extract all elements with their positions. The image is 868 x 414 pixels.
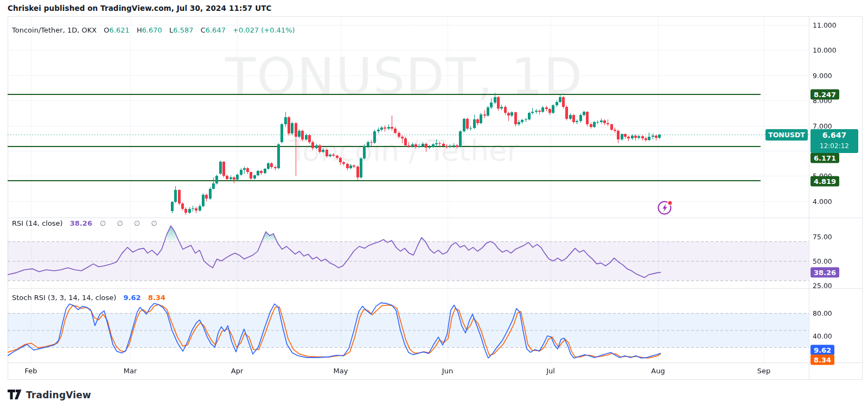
month-label[interactable]: Apr <box>231 367 244 375</box>
high-label: H <box>137 26 142 34</box>
stoch-legend[interactable]: Stoch RSI (3, 3, 14, 14, close) 9.62 8.3… <box>12 294 165 302</box>
close-label: C <box>201 26 206 34</box>
ticker-tag: TONUSDT <box>765 129 808 141</box>
change-value: +0.027 (+0.41%) <box>233 26 295 34</box>
lightning-marker-button[interactable] <box>656 199 674 216</box>
chart-canvas[interactable] <box>8 16 863 380</box>
rsi-tick[interactable]: 25.00 <box>813 282 832 290</box>
rsi-value-badge: 38.26 <box>810 267 839 278</box>
month-label[interactable]: Jun <box>442 367 453 375</box>
price-tick[interactable]: 4.000 <box>813 198 832 206</box>
bar-countdown: 12:02:12 <box>810 141 858 151</box>
symbol-title: Toncoin/Tether, 1D, OKX <box>12 26 97 34</box>
price-axis-separator <box>809 16 809 380</box>
stoch-title: Stoch RSI (3, 3, 14, 14, close) <box>12 294 116 302</box>
low-value: 6.587 <box>173 26 193 34</box>
rsi-title: RSI (14, close) <box>12 219 63 227</box>
price-tick[interactable]: 10.000 <box>813 46 837 54</box>
stoch-d-badge: 8.34 <box>810 355 834 365</box>
stoch-tick[interactable]: 80.00 <box>813 309 832 317</box>
stoch-d-value: 8.34 <box>148 294 165 302</box>
price-tick[interactable]: 9.000 <box>813 72 832 80</box>
last-price-badge: 6.647 12:02:12 <box>810 129 858 153</box>
month-label[interactable]: Sep <box>757 367 771 375</box>
month-label[interactable]: Jul <box>546 367 555 375</box>
high-value: 6.670 <box>142 26 162 34</box>
month-label[interactable]: Mar <box>124 367 137 375</box>
stoch-k-badge: 9.62 <box>810 345 834 355</box>
last-price-value: 6.647 <box>810 129 858 141</box>
month-label[interactable]: Aug <box>651 367 665 375</box>
open-label: O <box>104 26 109 34</box>
rsi-tick[interactable]: 50.00 <box>813 257 832 265</box>
month-label[interactable]: May <box>334 367 348 375</box>
close-value: 6.647 <box>206 26 226 34</box>
tradingview-footer[interactable]: TradingView <box>8 387 91 403</box>
rsi-value: 38.26 <box>70 219 92 227</box>
stoch-k-value: 9.62 <box>124 294 141 302</box>
symbol-legend[interactable]: Toncoin/Tether, 1D, OKX O6.621 H6.670 L6… <box>12 26 295 34</box>
tradingview-brand-text: TradingView <box>26 390 91 400</box>
rsi-legend[interactable]: RSI (14, close) 38.26 ∅ ∅ ∅ ∅ <box>12 219 162 227</box>
stoch-tick[interactable]: 40.00 <box>813 332 832 340</box>
publish-header: Chriskei published on TradingView.com, J… <box>8 4 272 12</box>
level-badge: 8.247 <box>810 90 839 100</box>
open-value: 6.621 <box>110 26 130 34</box>
tradingview-snapshot: { "header": { "published_line": "Chriske… <box>0 0 868 414</box>
price-tick[interactable]: 11.000 <box>813 21 837 29</box>
tradingview-logo-icon <box>8 390 22 400</box>
lightning-icon <box>656 199 674 216</box>
level-badge: 4.819 <box>810 176 839 187</box>
rsi-params: ∅ ∅ ∅ ∅ <box>100 219 162 227</box>
month-label[interactable]: Feb <box>24 367 37 375</box>
rsi-tick[interactable]: 75.00 <box>813 233 832 241</box>
level-badge: 6.171 <box>810 153 839 163</box>
